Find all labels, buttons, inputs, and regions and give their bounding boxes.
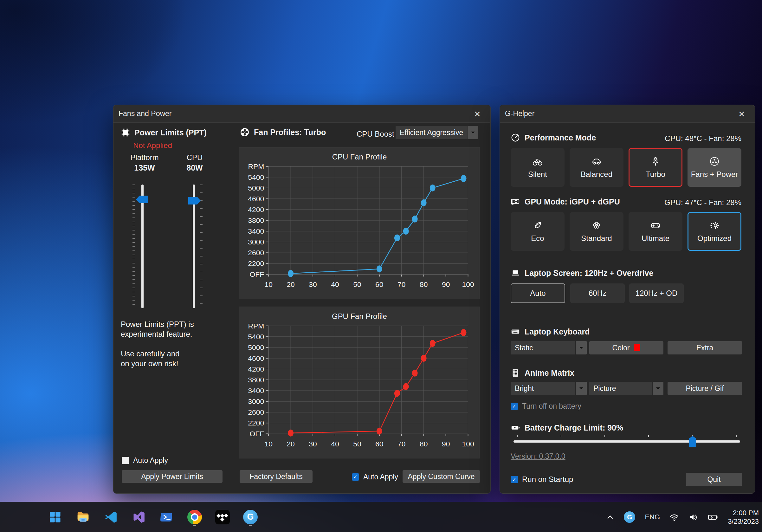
svg-text:90: 90 [442,280,450,288]
cpu-slider-thumb[interactable] [188,197,201,204]
apply-custom-curve-button[interactable]: Apply Custom Curve [403,470,480,483]
speaker-icon[interactable] [688,513,698,521]
curve-auto-apply-checkbox[interactable]: ✓ [352,473,359,481]
tidal-button[interactable] [215,507,230,527]
curve-point[interactable] [288,270,293,277]
chevron-up-icon[interactable] [606,513,614,521]
svg-text:60: 60 [375,440,383,448]
screen-button-120hz-od[interactable]: 120Hz + OD [629,283,684,303]
curve-point[interactable] [421,199,427,206]
cpu-fan-chart[interactable]: CPU Fan Profile102030405060708090100RPM5… [239,147,480,299]
chevron-down-icon[interactable] [652,382,663,395]
taskbar: G G ENG [0,502,762,532]
performance-mode-heading: Performance Mode [511,133,596,142]
keyboard-mode-dropdown[interactable]: Static [511,341,587,354]
run-on-startup-checkbox[interactable]: ✓ [511,476,518,483]
keyboard-color-button[interactable]: Color [589,341,663,354]
curve-point[interactable] [421,355,427,362]
chevron-down-icon[interactable] [468,126,478,139]
version-link[interactable]: Version: 0.37.0.0 [511,452,566,461]
power-auto-apply-checkbox[interactable] [122,457,129,464]
svg-text:3400: 3400 [248,227,264,235]
screen-button-auto[interactable]: Auto [511,283,565,303]
bicycle-icon [532,156,543,167]
svg-text:50: 50 [353,280,361,288]
battery-slider-track[interactable] [513,440,740,443]
curve-point[interactable] [394,390,400,397]
fan-icon [240,127,250,137]
screen-button-60hz[interactable]: 60Hz [570,283,625,303]
taskbar-clock[interactable]: 2:00 PM 3/23/2023 [728,508,759,526]
running-indicator [193,525,196,526]
close-icon[interactable]: ✕ [736,109,747,119]
chrome-button[interactable] [187,507,202,527]
run-on-startup-label: Run on Startup [522,475,573,484]
g-helper-taskbar-button[interactable]: G [243,507,258,527]
curve-point[interactable] [403,228,409,235]
svg-text:2200: 2200 [248,259,264,267]
mode-button-fans-power[interactable]: Fans + Power [688,148,741,187]
curve-point[interactable] [412,216,418,223]
vscode-button[interactable] [103,507,118,527]
chevron-down-icon[interactable] [576,341,587,354]
turn-off-on-battery-checkbox[interactable]: ✓ [511,403,518,410]
mode-button-silent[interactable]: Silent [511,148,565,187]
curve-point[interactable] [430,340,435,347]
color-swatch[interactable] [634,344,640,351]
quit-button[interactable]: Quit [686,473,742,486]
fans-window-title: Fans and Power [118,110,172,118]
gpu-button-eco[interactable]: Eco [511,212,565,251]
terminal-button[interactable] [159,507,174,527]
factory-defaults-button[interactable]: Factory Defaults [240,470,313,483]
keyboard-icon [511,327,520,337]
keyboard-extra-button[interactable]: Extra [667,341,742,354]
battery-bolt-icon [511,423,520,432]
curve-point[interactable] [288,429,293,436]
curve-point[interactable] [412,370,418,377]
platform-slider-thumb[interactable] [136,195,148,203]
cpu-boost-label: CPU Boost [356,130,394,138]
visual-studio-button[interactable] [131,507,146,527]
curve-point[interactable] [377,266,382,272]
laptop-keyboard-heading: Laptop Keyboard [511,327,590,337]
wifi-icon[interactable] [669,513,679,521]
curve-point[interactable] [461,329,467,336]
svg-text:80: 80 [420,440,427,448]
close-icon[interactable]: ✕ [472,109,483,119]
g-helper-tray-icon[interactable]: G [624,511,635,523]
gauge-icon [511,133,520,142]
curve-point[interactable] [394,234,400,241]
curve-point[interactable] [403,383,409,390]
file-explorer-button[interactable] [75,507,91,527]
picture-gif-button[interactable]: Picture / Gif [667,382,742,395]
curve-point[interactable] [377,428,382,435]
fans-titlebar[interactable]: Fans and Power ✕ [114,105,491,123]
svg-text:40: 40 [331,440,339,448]
mode-button-turbo[interactable]: Turbo [629,148,682,187]
curve-auto-apply-row: ✓ Auto Apply [352,473,398,481]
gpu-button-optimized[interactable]: Optimized [688,212,741,251]
vscode-icon [104,510,118,524]
curve-point[interactable] [461,175,467,182]
ghelper-titlebar[interactable]: G-Helper ✕ [500,105,755,123]
svg-text:CPU Fan Profile: CPU Fan Profile [332,153,387,161]
svg-text:10: 10 [265,280,272,288]
chevron-down-icon[interactable] [576,382,587,395]
gpu-mode-heading: GPU Mode: iGPU + dGPU [511,197,620,206]
apply-power-limits-button[interactable]: Apply Power Limits [122,470,222,483]
svg-text:100: 100 [462,440,474,448]
start-button[interactable] [47,507,63,527]
matrix-content-dropdown[interactable]: Picture [589,382,663,395]
language-indicator[interactable]: ENG [645,513,660,521]
gpu-button-standard[interactable]: Standard [570,212,624,251]
gpu-button-ultimate[interactable]: Ultimate [629,212,682,251]
curve-point[interactable] [430,185,435,191]
cpu-boost-dropdown[interactable]: Efficient Aggressive [396,126,478,139]
power-limits-heading: Power Limits (PPT) [121,128,207,137]
svg-text:30: 30 [309,280,317,288]
mode-button-balanced[interactable]: Balanced [570,148,624,187]
battery-slider-thumb[interactable] [689,436,696,447]
battery-charging-icon[interactable] [708,513,718,521]
gpu-fan-chart[interactable]: GPU Fan Profile102030405060708090100RPM5… [239,307,480,458]
matrix-brightness-dropdown[interactable]: Bright [511,382,587,395]
